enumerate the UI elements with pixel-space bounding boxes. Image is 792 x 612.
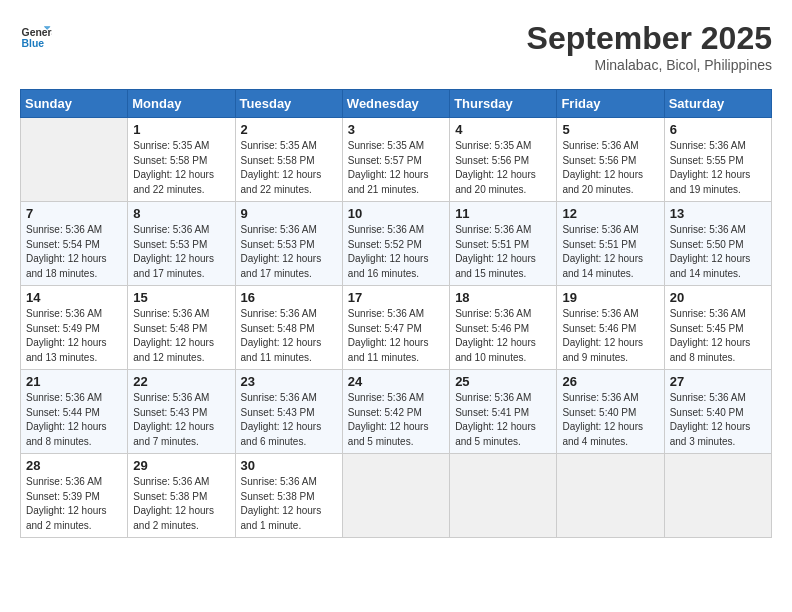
logo: General Blue General Blue (20, 20, 52, 52)
month-title: September 2025 (527, 20, 772, 57)
day-info: Sunrise: 5:36 AMSunset: 5:40 PMDaylight:… (562, 391, 658, 449)
calendar-cell: 13Sunrise: 5:36 AMSunset: 5:50 PMDayligh… (664, 202, 771, 286)
day-info: Sunrise: 5:36 AMSunset: 5:38 PMDaylight:… (241, 475, 337, 533)
header-cell-sunday: Sunday (21, 90, 128, 118)
svg-text:Blue: Blue (22, 38, 45, 49)
calendar-cell: 4Sunrise: 5:35 AMSunset: 5:56 PMDaylight… (450, 118, 557, 202)
calendar-cell: 26Sunrise: 5:36 AMSunset: 5:40 PMDayligh… (557, 370, 664, 454)
day-number: 5 (562, 122, 658, 137)
day-info: Sunrise: 5:36 AMSunset: 5:55 PMDaylight:… (670, 139, 766, 197)
day-number: 20 (670, 290, 766, 305)
calendar-cell: 8Sunrise: 5:36 AMSunset: 5:53 PMDaylight… (128, 202, 235, 286)
day-info: Sunrise: 5:36 AMSunset: 5:47 PMDaylight:… (348, 307, 444, 365)
day-number: 22 (133, 374, 229, 389)
week-row-1: 1Sunrise: 5:35 AMSunset: 5:58 PMDaylight… (21, 118, 772, 202)
calendar-cell: 2Sunrise: 5:35 AMSunset: 5:58 PMDaylight… (235, 118, 342, 202)
day-info: Sunrise: 5:36 AMSunset: 5:45 PMDaylight:… (670, 307, 766, 365)
calendar-cell: 15Sunrise: 5:36 AMSunset: 5:48 PMDayligh… (128, 286, 235, 370)
day-number: 28 (26, 458, 122, 473)
day-info: Sunrise: 5:35 AMSunset: 5:58 PMDaylight:… (133, 139, 229, 197)
day-number: 19 (562, 290, 658, 305)
calendar-cell: 14Sunrise: 5:36 AMSunset: 5:49 PMDayligh… (21, 286, 128, 370)
day-number: 7 (26, 206, 122, 221)
header-cell-tuesday: Tuesday (235, 90, 342, 118)
calendar-cell: 10Sunrise: 5:36 AMSunset: 5:52 PMDayligh… (342, 202, 449, 286)
calendar-cell (557, 454, 664, 538)
day-number: 3 (348, 122, 444, 137)
calendar-cell: 29Sunrise: 5:36 AMSunset: 5:38 PMDayligh… (128, 454, 235, 538)
calendar-header: SundayMondayTuesdayWednesdayThursdayFrid… (21, 90, 772, 118)
calendar-cell: 28Sunrise: 5:36 AMSunset: 5:39 PMDayligh… (21, 454, 128, 538)
calendar-cell: 11Sunrise: 5:36 AMSunset: 5:51 PMDayligh… (450, 202, 557, 286)
header-row: SundayMondayTuesdayWednesdayThursdayFrid… (21, 90, 772, 118)
header-cell-monday: Monday (128, 90, 235, 118)
day-number: 13 (670, 206, 766, 221)
day-info: Sunrise: 5:36 AMSunset: 5:53 PMDaylight:… (133, 223, 229, 281)
week-row-4: 21Sunrise: 5:36 AMSunset: 5:44 PMDayligh… (21, 370, 772, 454)
header-cell-saturday: Saturday (664, 90, 771, 118)
header: General Blue General Blue September 2025… (20, 20, 772, 73)
day-number: 6 (670, 122, 766, 137)
day-number: 18 (455, 290, 551, 305)
day-info: Sunrise: 5:36 AMSunset: 5:41 PMDaylight:… (455, 391, 551, 449)
day-number: 24 (348, 374, 444, 389)
calendar-cell (450, 454, 557, 538)
calendar-cell: 9Sunrise: 5:36 AMSunset: 5:53 PMDaylight… (235, 202, 342, 286)
day-number: 15 (133, 290, 229, 305)
day-number: 11 (455, 206, 551, 221)
day-info: Sunrise: 5:35 AMSunset: 5:57 PMDaylight:… (348, 139, 444, 197)
day-info: Sunrise: 5:36 AMSunset: 5:52 PMDaylight:… (348, 223, 444, 281)
day-number: 29 (133, 458, 229, 473)
day-number: 12 (562, 206, 658, 221)
calendar-cell: 24Sunrise: 5:36 AMSunset: 5:42 PMDayligh… (342, 370, 449, 454)
day-number: 10 (348, 206, 444, 221)
day-number: 17 (348, 290, 444, 305)
day-info: Sunrise: 5:36 AMSunset: 5:56 PMDaylight:… (562, 139, 658, 197)
day-number: 25 (455, 374, 551, 389)
day-number: 8 (133, 206, 229, 221)
day-info: Sunrise: 5:36 AMSunset: 5:46 PMDaylight:… (455, 307, 551, 365)
day-info: Sunrise: 5:36 AMSunset: 5:50 PMDaylight:… (670, 223, 766, 281)
day-info: Sunrise: 5:35 AMSunset: 5:58 PMDaylight:… (241, 139, 337, 197)
day-number: 21 (26, 374, 122, 389)
day-info: Sunrise: 5:36 AMSunset: 5:46 PMDaylight:… (562, 307, 658, 365)
day-number: 16 (241, 290, 337, 305)
day-info: Sunrise: 5:36 AMSunset: 5:48 PMDaylight:… (241, 307, 337, 365)
day-number: 23 (241, 374, 337, 389)
day-info: Sunrise: 5:36 AMSunset: 5:38 PMDaylight:… (133, 475, 229, 533)
day-info: Sunrise: 5:35 AMSunset: 5:56 PMDaylight:… (455, 139, 551, 197)
day-number: 27 (670, 374, 766, 389)
week-row-3: 14Sunrise: 5:36 AMSunset: 5:49 PMDayligh… (21, 286, 772, 370)
calendar-cell: 30Sunrise: 5:36 AMSunset: 5:38 PMDayligh… (235, 454, 342, 538)
calendar-cell: 22Sunrise: 5:36 AMSunset: 5:43 PMDayligh… (128, 370, 235, 454)
day-number: 2 (241, 122, 337, 137)
week-row-5: 28Sunrise: 5:36 AMSunset: 5:39 PMDayligh… (21, 454, 772, 538)
day-info: Sunrise: 5:36 AMSunset: 5:48 PMDaylight:… (133, 307, 229, 365)
day-info: Sunrise: 5:36 AMSunset: 5:42 PMDaylight:… (348, 391, 444, 449)
calendar-cell: 16Sunrise: 5:36 AMSunset: 5:48 PMDayligh… (235, 286, 342, 370)
day-info: Sunrise: 5:36 AMSunset: 5:43 PMDaylight:… (241, 391, 337, 449)
day-number: 9 (241, 206, 337, 221)
day-number: 4 (455, 122, 551, 137)
calendar-cell: 5Sunrise: 5:36 AMSunset: 5:56 PMDaylight… (557, 118, 664, 202)
calendar-cell: 25Sunrise: 5:36 AMSunset: 5:41 PMDayligh… (450, 370, 557, 454)
week-row-2: 7Sunrise: 5:36 AMSunset: 5:54 PMDaylight… (21, 202, 772, 286)
header-cell-thursday: Thursday (450, 90, 557, 118)
header-cell-wednesday: Wednesday (342, 90, 449, 118)
calendar-cell: 6Sunrise: 5:36 AMSunset: 5:55 PMDaylight… (664, 118, 771, 202)
day-info: Sunrise: 5:36 AMSunset: 5:43 PMDaylight:… (133, 391, 229, 449)
day-info: Sunrise: 5:36 AMSunset: 5:53 PMDaylight:… (241, 223, 337, 281)
title-area: September 2025 Minalabac, Bicol, Philipp… (527, 20, 772, 73)
day-info: Sunrise: 5:36 AMSunset: 5:51 PMDaylight:… (562, 223, 658, 281)
calendar-cell: 12Sunrise: 5:36 AMSunset: 5:51 PMDayligh… (557, 202, 664, 286)
calendar-table: SundayMondayTuesdayWednesdayThursdayFrid… (20, 89, 772, 538)
calendar-body: 1Sunrise: 5:35 AMSunset: 5:58 PMDaylight… (21, 118, 772, 538)
day-info: Sunrise: 5:36 AMSunset: 5:44 PMDaylight:… (26, 391, 122, 449)
day-info: Sunrise: 5:36 AMSunset: 5:40 PMDaylight:… (670, 391, 766, 449)
day-info: Sunrise: 5:36 AMSunset: 5:49 PMDaylight:… (26, 307, 122, 365)
calendar-cell: 7Sunrise: 5:36 AMSunset: 5:54 PMDaylight… (21, 202, 128, 286)
calendar-cell: 23Sunrise: 5:36 AMSunset: 5:43 PMDayligh… (235, 370, 342, 454)
calendar-cell: 19Sunrise: 5:36 AMSunset: 5:46 PMDayligh… (557, 286, 664, 370)
calendar-cell: 17Sunrise: 5:36 AMSunset: 5:47 PMDayligh… (342, 286, 449, 370)
day-info: Sunrise: 5:36 AMSunset: 5:39 PMDaylight:… (26, 475, 122, 533)
